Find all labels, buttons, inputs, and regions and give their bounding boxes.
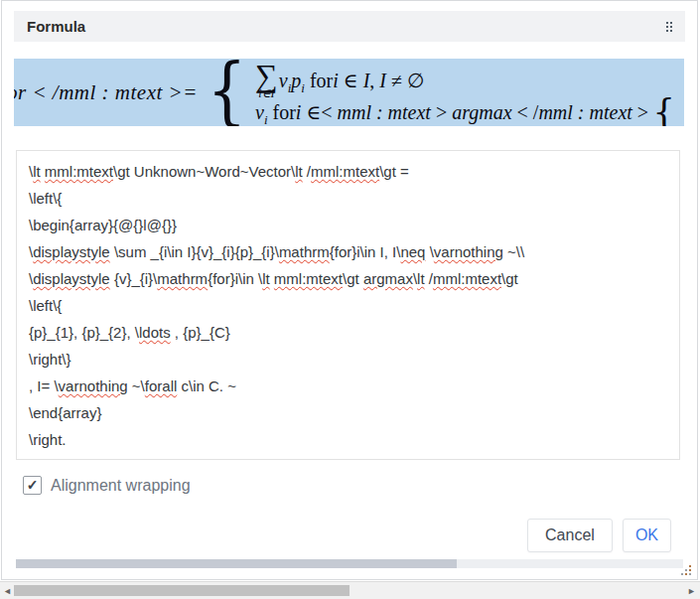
latex-line: , I= \varnothing ~\forall c\in C. ~	[29, 373, 667, 399]
dialog-horizontal-scrollbar[interactable]	[16, 559, 683, 568]
formula-preview[interactable]: or < /mml : mtext >= { ∑ i∈I vipi fori ∈…	[14, 59, 684, 126]
case-row-argmax-expression: vi fori ∈< mml : mtext > argmax < /mml :…	[255, 100, 648, 124]
scroll-right-arrow-icon[interactable]: ►	[687, 583, 696, 599]
latex-line: \right\}	[29, 346, 667, 373]
check-icon: ✓	[27, 478, 39, 492]
inner-brace: {	[652, 97, 675, 126]
dialog-actions: Cancel OK	[527, 519, 671, 552]
page-horizontal-scrollbar[interactable]: ◄ ►	[0, 581, 700, 599]
alignment-wrapping-checkbox[interactable]: ✓	[23, 476, 42, 495]
alignment-wrapping-label: Alignment wrapping	[51, 477, 191, 495]
latex-line: \displaystyle {v}_{i}\mathrm{for}i\in \l…	[29, 265, 667, 292]
formula-dialog-page: Formula or < /mml : mtext >= { ∑ i∈I vip…	[0, 0, 700, 599]
latex-line: \left\{	[29, 185, 667, 212]
rendered-formula: or < /mml : mtext >= { ∑ i∈I vipi fori ∈…	[14, 60, 675, 125]
drag-handle-icon[interactable]	[666, 22, 672, 32]
formula-dialog: Formula or < /mml : mtext >= { ∑ i∈I vip…	[1, 0, 698, 580]
dialog-titlebar[interactable]: Formula	[14, 11, 685, 42]
formula-left-fragment: or < /mml : mtext >=	[14, 80, 198, 105]
latex-line: \lt mml:mtext\gt Unknown~Word~Vector\lt …	[29, 158, 667, 185]
latex-line: {p}_{1}, {p}_{2}, \ldots , {p}_{C}	[29, 319, 667, 346]
ok-button[interactable]: OK	[623, 519, 671, 552]
case-row-sum-expression: vipi fori ∈ I, I ≠ ∅	[279, 69, 425, 92]
latex-line: \right.	[29, 426, 667, 453]
cancel-button[interactable]: Cancel	[527, 519, 613, 552]
dialog-title: Formula	[27, 18, 85, 35]
cases-rows: ∑ i∈I vipi fori ∈ I, I ≠ ∅ vi fori ∈< mm…	[255, 61, 675, 124]
latex-line: \left\{	[29, 292, 667, 319]
case-row-sum: ∑ i∈I vipi fori ∈ I, I ≠ ∅	[255, 61, 675, 100]
scroll-left-arrow-icon[interactable]: ◄	[3, 583, 12, 599]
latex-line: \end{array}	[29, 399, 667, 426]
latex-line: \displaystyle \sum _{i\in I}{v}_{i}{p}_{…	[29, 238, 667, 265]
latex-line: \begin{array}{@{}l@{}}	[29, 212, 667, 238]
dialog-scrollbar-thumb[interactable]	[16, 559, 457, 568]
case-row-argmax: vi fori ∈< mml : mtext > argmax < /mml :…	[255, 100, 675, 124]
cases-brace: {	[207, 60, 246, 121]
summation-symbol: ∑ i∈I	[255, 63, 278, 99]
resize-grip-icon[interactable]	[679, 563, 693, 577]
alignment-wrapping-option[interactable]: ✓ Alignment wrapping	[23, 476, 191, 495]
page-scrollbar-thumb[interactable]	[14, 585, 350, 596]
formula-latex-editor[interactable]: \lt mml:mtext\gt Unknown~Word~Vector\lt …	[16, 150, 680, 460]
